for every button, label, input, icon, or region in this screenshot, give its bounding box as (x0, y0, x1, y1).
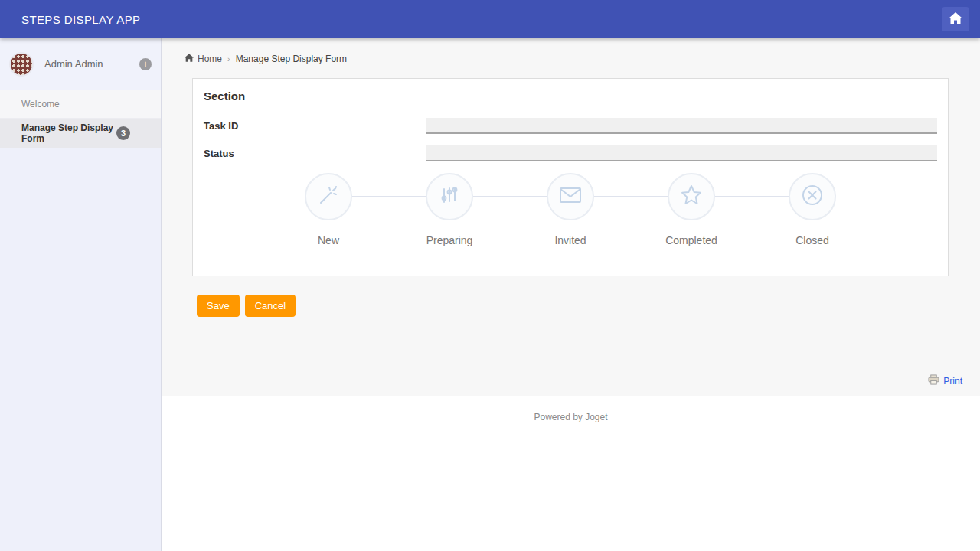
app-title: STEPS DISPLAY APP (21, 13, 140, 26)
home-button[interactable] (942, 7, 969, 31)
main-content: Home › Manage Step Display Form Section … (162, 38, 980, 551)
step-completed: Completed (631, 173, 752, 246)
step-label: Closed (795, 234, 829, 246)
status-label: Status (204, 148, 426, 159)
user-panel: Admin Admin + (0, 38, 161, 90)
form-row-task-id: Task ID (204, 118, 937, 134)
status-input[interactable] (426, 145, 937, 161)
breadcrumb-separator: › (227, 54, 230, 64)
step-new: New (268, 173, 389, 246)
step-label: Preparing (426, 234, 473, 246)
breadcrumb-home-link[interactable]: Home (185, 54, 222, 64)
step-circle (547, 173, 594, 220)
home-icon (185, 54, 194, 64)
user-expand-button[interactable]: + (139, 58, 152, 70)
content-area: Home › Manage Step Display Form Section … (162, 38, 980, 396)
sidebar-item-welcome[interactable]: Welcome (0, 90, 161, 119)
breadcrumb: Home › Manage Step Display Form (185, 54, 980, 64)
sliders-icon (439, 184, 460, 209)
step-label: New (318, 234, 339, 246)
form-actions: Save Cancel (197, 295, 980, 317)
x-circle-icon (801, 184, 824, 210)
form-row-status: Status (204, 145, 937, 161)
powered-by-text: Powered by Joget (534, 412, 607, 422)
task-id-input[interactable] (426, 118, 937, 134)
section-title: Section (204, 90, 937, 103)
step-invited: Invited (510, 173, 631, 246)
breadcrumb-current: Manage Step Display Form (236, 54, 347, 64)
step-circle (668, 173, 715, 220)
sidebar-item-label: Welcome (21, 99, 150, 109)
save-button[interactable]: Save (197, 295, 240, 317)
printer-icon (928, 374, 939, 388)
count-badge: 3 (116, 126, 130, 140)
print-link[interactable]: Print (943, 376, 962, 386)
home-icon (949, 12, 962, 27)
star-icon (680, 184, 703, 210)
page-footer: Powered by Joget (162, 396, 980, 551)
step-label: Invited (554, 234, 586, 246)
print-row: Print (928, 374, 962, 388)
form-card: Section Task ID Status (192, 78, 949, 276)
top-bar: STEPS DISPLAY APP (0, 0, 980, 38)
envelope-icon (559, 186, 582, 207)
cancel-button[interactable]: Cancel (245, 295, 296, 317)
breadcrumb-home-label: Home (198, 54, 222, 64)
avatar (9, 52, 34, 77)
sidebar-item-manage-step-display-form[interactable]: Manage Step Display Form 3 (0, 119, 161, 148)
step-closed: Closed (752, 173, 873, 246)
step-label: Completed (665, 234, 717, 246)
step-circle (426, 173, 473, 220)
sidebar: Admin Admin + Welcome Manage Step Displa… (0, 38, 162, 551)
steps-indicator: New Preparing (268, 173, 873, 246)
user-name: Admin Admin (44, 58, 139, 70)
step-circle (305, 173, 352, 220)
magic-wand-icon (317, 184, 340, 210)
sidebar-item-label: Manage Step Display Form (21, 122, 116, 144)
step-circle (789, 173, 836, 220)
task-id-label: Task ID (204, 120, 426, 132)
step-preparing: Preparing (389, 173, 510, 246)
sidebar-menu: Welcome Manage Step Display Form 3 (0, 90, 161, 148)
